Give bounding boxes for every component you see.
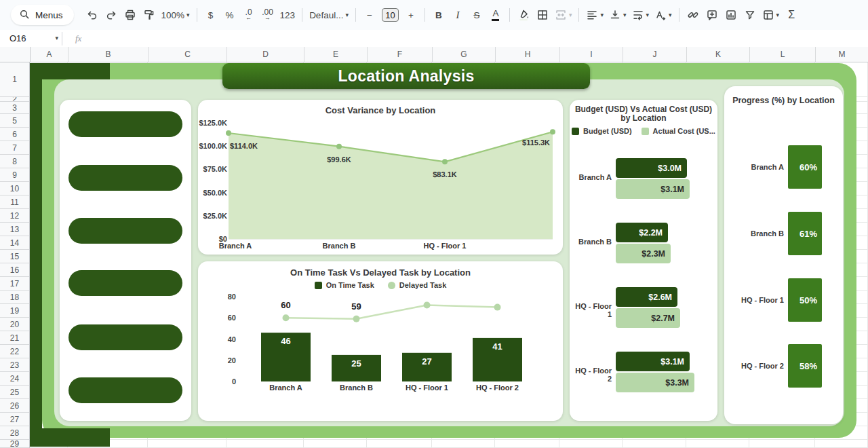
redo-button[interactable] xyxy=(102,5,120,24)
row-header-2[interactable]: 2 xyxy=(0,97,29,102)
table-views-button[interactable]: ▾ xyxy=(760,5,782,24)
row-header-26[interactable]: 26 xyxy=(0,399,29,413)
column-header-B[interactable]: B xyxy=(68,47,149,62)
format-currency-button[interactable]: $ xyxy=(202,5,220,24)
strikethrough-button[interactable]: S xyxy=(468,5,486,24)
row-header-7[interactable]: 7 xyxy=(0,141,29,155)
slicer-pill-3[interactable] xyxy=(68,218,182,244)
insert-link-button[interactable] xyxy=(684,5,702,24)
chevron-down-icon: ▾ xyxy=(569,12,572,18)
column-header-D[interactable]: D xyxy=(227,47,304,62)
slicer-pill-1[interactable] xyxy=(68,111,182,137)
format-percent-button[interactable]: % xyxy=(221,5,239,24)
decrease-font-size-button[interactable]: − xyxy=(361,5,378,24)
horizontal-align-button[interactable]: ▾ xyxy=(584,5,606,24)
cost-variance-svg: $125.0K$100.0K$75.0K$50.0K$25.0K$0$114.0… xyxy=(198,100,563,255)
row-header-18[interactable]: 18 xyxy=(0,291,29,304)
budget-bar: $3.1M xyxy=(616,352,690,371)
row-header-24[interactable]: 24 xyxy=(0,372,29,386)
column-header-J[interactable]: J xyxy=(623,47,687,62)
fx-icon[interactable]: fx xyxy=(75,33,81,44)
row-header-15[interactable]: 15 xyxy=(0,250,29,263)
vertical-align-button[interactable]: ▾ xyxy=(607,5,629,24)
row-header-19[interactable]: 19 xyxy=(0,304,29,318)
column-header-M[interactable]: M xyxy=(816,47,868,62)
slicer-pill-5[interactable] xyxy=(68,324,182,350)
column-header-H[interactable]: H xyxy=(496,47,560,62)
chevron-down-icon: ▾ xyxy=(600,12,604,18)
functions-button[interactable]: Σ xyxy=(783,5,800,24)
column-header-L[interactable]: L xyxy=(750,47,816,62)
progress-chart-card[interactable]: Progress (%) by Location Branch A60%Bran… xyxy=(724,86,843,424)
row-header-13[interactable]: 13 xyxy=(0,223,29,236)
slicer-pill-4[interactable] xyxy=(68,270,182,296)
row-header-23[interactable]: 23 xyxy=(0,358,29,372)
select-all-corner[interactable] xyxy=(0,47,31,62)
divider xyxy=(62,32,62,45)
chevron-down-icon[interactable]: ▾ xyxy=(55,35,58,41)
row-header-25[interactable]: 25 xyxy=(0,386,29,399)
text-wrap-button[interactable]: ▾ xyxy=(630,5,652,24)
column-header-A[interactable]: A xyxy=(31,47,68,62)
row-header-3[interactable]: 3 xyxy=(0,102,29,114)
row-header-27[interactable]: 27 xyxy=(0,413,29,426)
fill-color-icon xyxy=(517,9,530,21)
font-family-button[interactable]: Defaul...▾ xyxy=(307,5,351,24)
row-header-22[interactable]: 22 xyxy=(0,345,29,358)
row-header-20[interactable]: 20 xyxy=(0,318,29,331)
svg-text:$125.0K: $125.0K xyxy=(199,119,227,127)
row-header-29[interactable]: 29 xyxy=(0,440,29,448)
format-percent-label: % xyxy=(226,10,234,20)
cost-variance-plot: $125.0K$100.0K$75.0K$50.0K$25.0K$0$114.0… xyxy=(198,100,563,257)
row-headers: 1235678910111213141516171819202122232425… xyxy=(0,62,30,448)
more-formats-button[interactable]: 123 xyxy=(278,5,298,24)
zoom-button[interactable]: 100%▾ xyxy=(159,5,192,24)
row-header-16[interactable]: 16 xyxy=(0,263,29,277)
row-header-21[interactable]: 21 xyxy=(0,331,29,345)
insert-comment-button[interactable] xyxy=(703,5,721,24)
column-header-G[interactable]: G xyxy=(433,47,496,62)
column-header-F[interactable]: F xyxy=(368,47,433,62)
column-header-K[interactable]: K xyxy=(687,47,750,62)
merge-cells-button[interactable]: ▾ xyxy=(553,5,574,24)
row-header-1[interactable]: 1 xyxy=(0,62,29,97)
row-header-9[interactable]: 9 xyxy=(0,168,29,182)
text-rotation-button[interactable]: ▾ xyxy=(652,5,674,24)
row-header-28[interactable]: 28 xyxy=(0,426,29,440)
print-button[interactable] xyxy=(121,5,139,24)
increase-font-size-button[interactable]: + xyxy=(402,5,420,24)
menus-button[interactable]: Menus xyxy=(11,5,74,25)
row-header-12[interactable]: 12 xyxy=(0,209,29,223)
increase-decimal-button[interactable]: .00→ xyxy=(259,5,277,24)
paint-format-button[interactable] xyxy=(140,5,158,24)
sheet-canvas: Location Analysis Cost Variance by Locat… xyxy=(30,62,868,448)
task-chart-card[interactable]: On Time Task Vs Delayed Task by Location… xyxy=(198,261,563,421)
slicer-pill-2[interactable] xyxy=(68,165,182,191)
cost-variance-chart-card[interactable]: Cost Variance by Location $125.0K$100.0K… xyxy=(198,100,563,255)
column-header-E[interactable]: E xyxy=(304,47,368,62)
create-filter-button[interactable] xyxy=(741,5,759,24)
name-box[interactable]: O16 ▾ xyxy=(0,33,58,43)
text-color-button[interactable]: A xyxy=(487,5,505,24)
italic-button[interactable]: I xyxy=(449,5,467,24)
row-header-6[interactable]: 6 xyxy=(0,128,29,141)
column-header-C[interactable]: C xyxy=(149,47,227,62)
row-header-10[interactable]: 10 xyxy=(0,182,29,195)
undo-button[interactable] xyxy=(83,5,101,24)
actual-cost-bar: $3.1M xyxy=(616,179,690,199)
fill-color-button[interactable] xyxy=(515,5,532,24)
slicer-pill-6[interactable] xyxy=(68,377,182,403)
borders-button[interactable] xyxy=(534,5,551,24)
column-header-I[interactable]: I xyxy=(560,47,623,62)
bold-button[interactable]: B xyxy=(430,5,448,24)
row-header-5[interactable]: 5 xyxy=(0,114,29,128)
font-size-button[interactable]: 10 xyxy=(382,8,399,22)
row-header-11[interactable]: 11 xyxy=(0,195,29,209)
row-header-17[interactable]: 17 xyxy=(0,277,29,291)
row-header-8[interactable]: 8 xyxy=(0,155,29,168)
dashboard-title: Location Analysis xyxy=(222,63,590,89)
budget-chart-card[interactable]: Budget (USD) Vs Actual Cost (USD) by Loc… xyxy=(570,100,717,421)
row-header-14[interactable]: 14 xyxy=(0,236,29,250)
insert-chart-button[interactable] xyxy=(722,5,740,24)
decrease-decimal-button[interactable]: .0← xyxy=(240,5,258,24)
